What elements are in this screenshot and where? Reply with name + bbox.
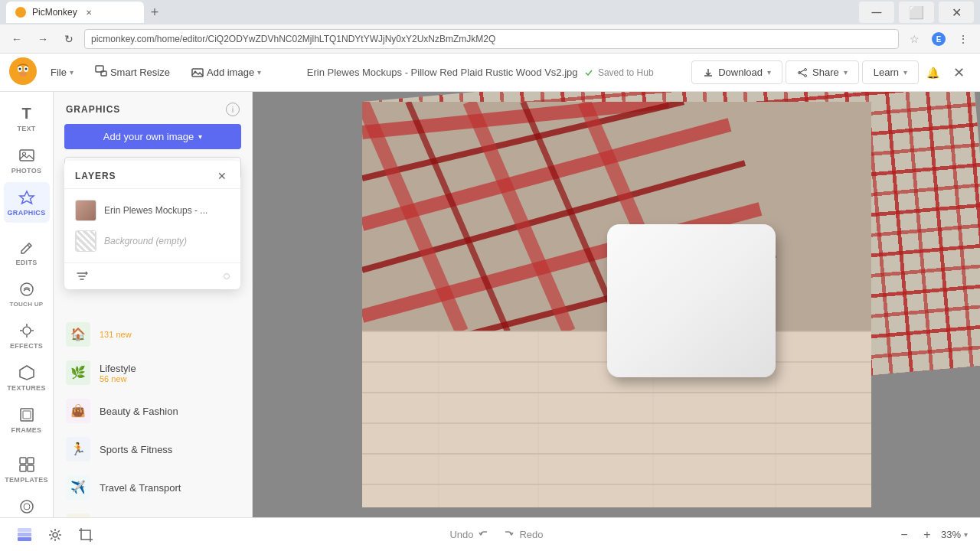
app-logo[interactable] [9,57,37,88]
svg-point-6 [19,67,21,70]
sidebar-item-text[interactable]: T TEXT [4,98,50,139]
category-icon-travel: ✈️ [66,475,90,500]
layer-thumbnail-background [75,230,96,252]
edits-icon [18,238,36,256]
sidebar-item-edits[interactable]: EDITS [4,232,50,272]
layers-close-button[interactable]: ✕ [214,168,230,184]
maximize-button[interactable]: ⬜ [899,2,934,23]
info-icon[interactable]: i [226,103,240,116]
panel-title: GRAPHICS [66,104,120,115]
list-item[interactable]: ✈️ Travel & Transport [54,468,252,507]
refresh-button[interactable]: ↻ [58,28,80,50]
svg-point-13 [805,68,807,70]
share-button[interactable]: Share ▾ [786,60,859,84]
list-item[interactable]: 🏃 Sports & Fitness [54,430,252,468]
minimize-button[interactable]: ─ [859,2,894,23]
sidebar-text-label: TEXT [17,125,35,132]
layers-sort-button[interactable] [75,269,89,283]
share-dropdown-arrow: ▾ [844,68,848,77]
zoom-out-button[interactable]: − [895,526,913,544]
svg-point-17 [22,152,25,155]
svg-point-3 [9,57,37,85]
category-text-lifestyle: Lifestyle 56 new [100,363,240,383]
sidebar-item-graphics[interactable]: GRAPHICS [4,182,50,223]
layer-item-background[interactable]: Background (empty) [64,226,240,256]
svg-rect-31 [28,465,34,471]
new-tab-button[interactable]: + [144,2,165,23]
header-center: Erin Plewes Mockups - Pillow Red Plaid R… [275,67,685,78]
photos-icon [18,146,36,165]
layers-page-indicator [224,273,230,279]
bottom-center-tools: Undo Redo [449,529,543,541]
sidebar-item-effects[interactable]: EFFECTS [4,315,50,356]
crop-tool-button[interactable] [74,523,98,547]
category-list: 🏠 131 new 🌿 Lifestyle 56 new [54,309,252,517]
svg-point-8 [19,72,27,77]
zoom-level[interactable]: 33% ▾ [941,529,968,540]
list-item[interactable]: 🌿 Lifestyle 56 new [54,354,252,392]
tab-favicon [15,7,26,18]
toolbar-right: ☆ E ⋮ [903,28,974,50]
sidebar-item-photos[interactable]: PHOTOS [4,140,50,181]
svg-rect-28 [20,458,26,464]
download-button[interactable]: Download ▾ [691,60,782,84]
layer-item-image[interactable]: Erin Plewes Mockups - ... [64,195,240,226]
pillow [566,244,734,397]
bottom-toolbar: Undo Redo − + 33% ▾ [0,517,980,551]
download-dropdown-arrow: ▾ [767,68,771,77]
list-item[interactable]: 🏠 131 new [54,315,252,354]
category-text-new: 131 new [100,330,240,339]
browser-tab[interactable]: PicMonkey ✕ [6,2,144,23]
sidebar-graphics-label: GRAPHICS [8,209,46,217]
layers-tool-button[interactable] [12,523,37,547]
notifications-icon[interactable]: 🔔 [922,62,943,83]
file-menu-button[interactable]: File ▾ [43,62,81,83]
settings-tool-button[interactable] [43,523,67,547]
document-title: Erin Plewes Mockups - Pillow Red Plaid R… [307,67,578,78]
address-bar[interactable]: picmonkey.com/home/editor/CiQ2ODYwZDVhNC… [84,29,899,49]
svg-point-78 [53,533,57,537]
text-icon: T [18,104,36,122]
smart-resize-button[interactable]: Smart Resize [87,60,178,84]
svg-rect-27 [23,411,31,419]
back-button[interactable]: ← [6,28,28,50]
layer-thumb-empty [76,230,96,252]
svg-marker-25 [20,366,34,380]
learn-button[interactable]: Learn ▾ [862,60,919,84]
sidebar-item-templates[interactable]: TEMPLATES [4,449,50,490]
graphics-panel: GRAPHICS i Add your own image ▾ 🔍 LAYERS… [54,92,253,517]
svg-rect-26 [21,409,33,421]
redo-button[interactable]: Redo [502,529,543,541]
effects-icon [18,321,36,340]
smart-resize-icon [95,65,107,80]
svg-text:E: E [936,35,942,44]
list-item[interactable]: 👜 Beauty & Fashion [54,392,252,430]
sidebar-item-themes[interactable]: THEMES [4,491,50,517]
add-own-image-button[interactable]: Add your own image ▾ [64,124,241,149]
category-name-travel: Travel & Transport [100,482,240,494]
app-header: File ▾ Smart Resize Add image ▾ [0,54,980,92]
window-controls: ─ ⬜ ✕ [859,2,974,23]
category-icon-new: 🏠 [66,322,90,347]
bottom-right-tools: − + 33% ▾ [895,526,968,544]
close-window-button[interactable]: ✕ [939,2,974,23]
undo-button[interactable]: Undo [449,529,490,541]
tab-close-button[interactable]: ✕ [83,7,94,18]
bookmark-icon[interactable]: ☆ [903,28,925,50]
list-item[interactable]: 🏡 Real Estate [54,507,252,517]
app-body: T TEXT PHOTOS GRAPHICS EDITS [0,92,980,517]
zoom-in-button[interactable]: + [918,526,936,544]
sidebar-item-textures[interactable]: TEXTURES [4,357,50,398]
sidebar-item-frames[interactable]: FRAMES [4,399,50,440]
forward-button[interactable]: → [32,28,54,50]
add-image-button[interactable]: Add image ▾ [184,62,269,83]
sidebar-item-touchup[interactable]: TOUCH UP [4,274,50,314]
profile-icon[interactable]: E [928,28,949,50]
svg-rect-44 [66,514,90,517]
layer-name-background: Background (empty) [104,236,187,246]
extensions-icon[interactable]: ⋮ [952,28,974,50]
sidebar-icons: T TEXT PHOTOS GRAPHICS EDITS [0,92,54,517]
sidebar-effects-label: EFFECTS [10,342,43,350]
close-editor-button[interactable]: ✕ [946,60,971,85]
category-name-sports: Sports & Fitness [100,444,240,455]
